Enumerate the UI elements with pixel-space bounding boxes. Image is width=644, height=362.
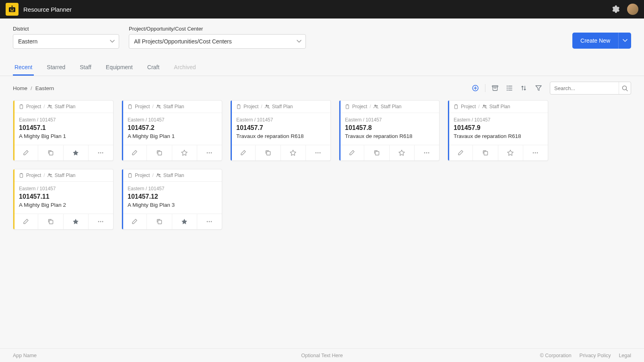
edit-icon[interactable]: [339, 145, 364, 160]
card-code: 101457.2: [128, 124, 216, 132]
more-icon[interactable]: [197, 214, 222, 229]
card-path: Eastern / 101457: [345, 117, 433, 123]
breadcrumb-current: Eastern: [35, 85, 54, 91]
star-icon[interactable]: [64, 214, 89, 229]
footer-center-text: Optional Text Here: [301, 353, 343, 358]
filter-bar: District Eastern Project/Opportunity/Cos…: [0, 19, 644, 49]
edit-icon[interactable]: [122, 145, 147, 160]
card-path: Eastern / 101457: [19, 117, 107, 123]
copy-icon[interactable]: [147, 145, 172, 160]
footer-app-name: App Name: [13, 353, 37, 358]
card-project-label: Project: [135, 173, 150, 178]
more-icon[interactable]: [197, 145, 222, 160]
plan-card[interactable]: Project/Staff PlanEastern / 101457101457…: [122, 100, 222, 161]
card-staffplan-label: Staff Plan: [381, 104, 402, 109]
card-staffplan-label: Staff Plan: [163, 104, 184, 109]
users-icon: [265, 104, 270, 109]
card-title: Travaux de reparation R618: [454, 133, 542, 139]
card-code: 101457.7: [236, 124, 325, 132]
copy-icon[interactable]: [364, 145, 389, 160]
card-actions: [13, 145, 113, 160]
copy-icon[interactable]: [147, 214, 172, 229]
copy-icon[interactable]: [38, 214, 63, 229]
tab-craft[interactable]: Craft: [146, 60, 161, 76]
copy-icon[interactable]: [256, 145, 281, 160]
more-icon[interactable]: [523, 145, 548, 160]
edit-icon[interactable]: [448, 145, 473, 160]
plan-card[interactable]: Project/Staff PlanEastern / 101457101457…: [122, 169, 222, 230]
card-staffplan-label: Staff Plan: [163, 173, 184, 178]
card-staffplan-label: Staff Plan: [489, 104, 510, 109]
card-header: Project/Staff Plan: [122, 169, 222, 182]
app-logo[interactable]: [6, 3, 19, 16]
tab-equipment[interactable]: Equipment: [104, 60, 134, 76]
card-path: Eastern / 101457: [236, 117, 325, 123]
card-header: Project/Staff Plan: [122, 101, 222, 113]
create-new-dropdown[interactable]: [618, 33, 631, 49]
archive-icon[interactable]: [489, 82, 502, 95]
project-select[interactable]: All Projects/Opportunities/Cost Centers: [129, 34, 306, 49]
card-project-label: Project: [26, 104, 41, 109]
breadcrumb-home[interactable]: Home: [13, 85, 27, 91]
copy-icon[interactable]: [473, 145, 498, 160]
users-icon: [374, 104, 378, 109]
footer-legal[interactable]: Legal: [619, 353, 631, 358]
users-icon: [482, 104, 487, 109]
district-value: Eastern: [18, 38, 37, 45]
more-icon[interactable]: [306, 145, 330, 160]
toolbar-row: Home / Eastern: [0, 76, 644, 100]
card-staffplan-label: Staff Plan: [272, 104, 293, 109]
plan-card[interactable]: Project/Staff PlanEastern / 101457101457…: [13, 169, 114, 230]
divider: [485, 84, 485, 92]
card-title: A Mighty Big Plan 2: [19, 202, 107, 208]
clipboard-icon: [19, 104, 24, 109]
more-icon[interactable]: [415, 145, 439, 160]
users-icon: [47, 104, 52, 109]
project-label: Project/Opportunity/Cost Center: [129, 26, 306, 32]
card-actions: [231, 145, 330, 160]
plan-card[interactable]: Project/Staff PlanEastern / 101457101457…: [339, 100, 440, 161]
star-icon[interactable]: [390, 145, 415, 160]
add-icon[interactable]: [469, 82, 482, 95]
star-icon[interactable]: [64, 145, 89, 160]
tab-staff[interactable]: Staff: [78, 60, 93, 76]
search-icon[interactable]: [619, 82, 631, 94]
plan-card[interactable]: Project/Staff PlanEastern / 101457101457…: [448, 100, 548, 161]
more-icon[interactable]: [89, 214, 113, 229]
avatar[interactable]: [627, 4, 638, 15]
card-project-label: Project: [352, 104, 367, 109]
card-staffplan-label: Staff Plan: [55, 104, 76, 109]
plan-card[interactable]: Project/Staff PlanEastern / 101457101457…: [13, 100, 114, 161]
create-new-button[interactable]: Create New: [572, 33, 618, 49]
users-icon: [156, 173, 161, 178]
district-label: District: [13, 26, 119, 32]
card-project-label: Project: [26, 173, 41, 178]
district-select[interactable]: Eastern: [13, 34, 119, 49]
search-input[interactable]: [550, 85, 619, 91]
gear-icon[interactable]: [612, 5, 620, 13]
edit-icon[interactable]: [13, 145, 38, 160]
clipboard-icon: [128, 104, 132, 109]
sort-icon[interactable]: [518, 82, 530, 95]
card-path: Eastern / 101457: [128, 186, 216, 191]
tab-recent[interactable]: Recent: [13, 60, 34, 76]
star-icon[interactable]: [172, 145, 197, 160]
card-header: Project/Staff Plan: [13, 169, 113, 182]
tab-starred[interactable]: Starred: [45, 60, 67, 76]
card-header: Project/Staff Plan: [13, 101, 113, 113]
edit-icon[interactable]: [122, 214, 147, 229]
list-view-icon[interactable]: [503, 82, 516, 95]
star-icon[interactable]: [281, 145, 306, 160]
copy-icon[interactable]: [38, 145, 63, 160]
edit-icon[interactable]: [231, 145, 256, 160]
project-value: All Projects/Opportunities/Cost Centers: [134, 38, 232, 45]
clipboard-icon: [128, 173, 132, 178]
star-icon[interactable]: [172, 214, 197, 229]
edit-icon[interactable]: [13, 214, 38, 229]
plan-card[interactable]: Project/Staff PlanEastern / 101457101457…: [230, 100, 331, 161]
more-icon[interactable]: [89, 145, 113, 160]
footer-privacy[interactable]: Privacy Policy: [580, 353, 611, 358]
app-header: Resource Planner: [0, 0, 644, 19]
star-icon[interactable]: [498, 145, 523, 160]
filter-icon[interactable]: [532, 82, 545, 95]
